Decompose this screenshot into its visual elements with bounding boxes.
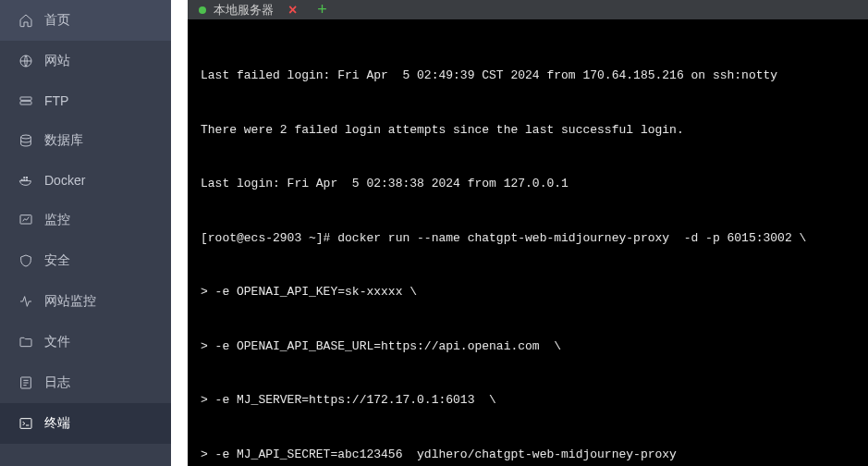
add-tab-button[interactable]: + [306, 0, 338, 19]
sidebar-item-files[interactable]: 文件 [0, 322, 171, 362]
terminal-line: [root@ecs-2903 ~]# docker run --name cha… [201, 229, 855, 248]
sidebar-item-monitor[interactable]: 监控 [0, 200, 171, 240]
svg-rect-1 [20, 97, 31, 100]
plus-icon: + [317, 0, 327, 19]
shield-icon [18, 253, 33, 268]
sidebar-item-terminal[interactable]: 终端 [0, 403, 171, 444]
sidebar-item-logs[interactable]: 日志 [0, 362, 171, 403]
svg-point-3 [21, 135, 31, 139]
sidebar-item-site-monitor[interactable]: 网站监控 [0, 281, 171, 322]
tab-label: 本地服务器 [214, 2, 274, 18]
main-area: 本地服务器 × + Last failed login: Fri Apr 5 0… [171, 0, 868, 466]
app-root: 首页 网站 FTP 数据库 Docker [0, 0, 868, 466]
sidebar-item-label: 终端 [44, 415, 70, 432]
folder-icon [18, 335, 33, 350]
svg-rect-6 [20, 419, 31, 429]
globe-icon [18, 54, 33, 68]
sidebar-item-label: 网站 [44, 53, 70, 69]
terminal-line: Last login: Fri Apr 5 02:38:38 2024 from… [201, 175, 855, 193]
sidebar-item-website[interactable]: 网站 [0, 41, 171, 81]
status-dot-icon [199, 6, 206, 14]
terminal-line: > -e MJ_SERVER=https://172.17.0.1:6013 \ [201, 391, 855, 410]
sidebar-item-label: 安全 [44, 252, 70, 269]
svg-rect-2 [20, 102, 31, 104]
sidebar-item-label: 监控 [44, 212, 70, 228]
home-icon [18, 13, 33, 28]
terminal-tabbar: 本地服务器 × + [188, 0, 868, 19]
sidebar-item-ftp[interactable]: FTP [0, 81, 171, 120]
log-icon [18, 375, 33, 390]
sidebar-item-home[interactable]: 首页 [0, 0, 171, 41]
chart-icon [18, 213, 33, 227]
sidebar-item-database[interactable]: 数据库 [0, 120, 171, 161]
sidebar-item-label: 网站监控 [44, 293, 96, 310]
terminal-icon [18, 416, 33, 431]
sidebar-item-docker[interactable]: Docker [0, 161, 171, 200]
sidebar-item-label: 首页 [44, 12, 70, 29]
terminal-line: > -e MJ_API_SECRET=abc123456 ydlhero/cha… [201, 446, 855, 464]
sidebar-item-label: 文件 [44, 334, 70, 350]
ftp-icon [18, 93, 33, 108]
sidebar: 首页 网站 FTP 数据库 Docker [0, 0, 171, 466]
terminal-line: There were 2 failed login attempts since… [201, 121, 855, 140]
terminal-line: Last failed login: Fri Apr 5 02:49:39 CS… [201, 67, 855, 85]
terminal-tab[interactable]: 本地服务器 × [188, 0, 306, 19]
terminal-line: > -e OPENAI_API_KEY=sk-xxxxx \ [201, 283, 855, 301]
sidebar-item-label: FTP [44, 93, 68, 108]
close-icon[interactable]: × [288, 3, 297, 18]
sidebar-item-label: 日志 [44, 374, 70, 391]
sidebar-item-label: 数据库 [44, 132, 83, 149]
docker-icon [18, 173, 33, 188]
database-icon [18, 133, 33, 148]
terminal-line: > -e OPENAI_API_BASE_URL=https://api.ope… [201, 337, 855, 356]
sidebar-item-security[interactable]: 安全 [0, 240, 171, 281]
activity-icon [18, 294, 33, 309]
terminal-output[interactable]: Last failed login: Fri Apr 5 02:49:39 CS… [188, 19, 868, 466]
sidebar-item-label: Docker [44, 173, 85, 188]
